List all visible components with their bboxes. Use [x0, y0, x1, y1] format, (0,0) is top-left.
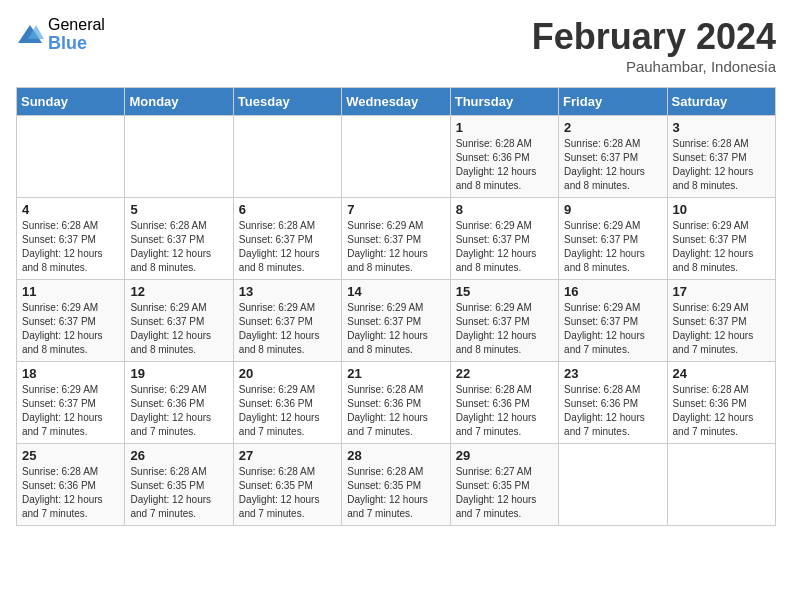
week-row-5: 25Sunrise: 6:28 AM Sunset: 6:36 PM Dayli…: [17, 444, 776, 526]
day-info: Sunrise: 6:29 AM Sunset: 6:37 PM Dayligh…: [22, 383, 119, 439]
page-header: General Blue February 2024 Pauhambar, In…: [16, 16, 776, 75]
day-number: 3: [673, 120, 770, 135]
day-cell: 23Sunrise: 6:28 AM Sunset: 6:36 PM Dayli…: [559, 362, 667, 444]
day-cell: 19Sunrise: 6:29 AM Sunset: 6:36 PM Dayli…: [125, 362, 233, 444]
day-info: Sunrise: 6:29 AM Sunset: 6:37 PM Dayligh…: [673, 301, 770, 357]
day-number: 7: [347, 202, 444, 217]
day-info: Sunrise: 6:28 AM Sunset: 6:36 PM Dayligh…: [673, 383, 770, 439]
day-cell: 2Sunrise: 6:28 AM Sunset: 6:37 PM Daylig…: [559, 116, 667, 198]
day-cell: 28Sunrise: 6:28 AM Sunset: 6:35 PM Dayli…: [342, 444, 450, 526]
day-cell: 3Sunrise: 6:28 AM Sunset: 6:37 PM Daylig…: [667, 116, 775, 198]
col-header-tuesday: Tuesday: [233, 88, 341, 116]
day-info: Sunrise: 6:29 AM Sunset: 6:37 PM Dayligh…: [564, 219, 661, 275]
day-cell: [559, 444, 667, 526]
day-cell: [125, 116, 233, 198]
day-info: Sunrise: 6:29 AM Sunset: 6:37 PM Dayligh…: [347, 301, 444, 357]
day-number: 16: [564, 284, 661, 299]
day-number: 4: [22, 202, 119, 217]
day-number: 15: [456, 284, 553, 299]
day-cell: 16Sunrise: 6:29 AM Sunset: 6:37 PM Dayli…: [559, 280, 667, 362]
day-cell: 9Sunrise: 6:29 AM Sunset: 6:37 PM Daylig…: [559, 198, 667, 280]
day-cell: 11Sunrise: 6:29 AM Sunset: 6:37 PM Dayli…: [17, 280, 125, 362]
day-info: Sunrise: 6:29 AM Sunset: 6:37 PM Dayligh…: [673, 219, 770, 275]
day-cell: 5Sunrise: 6:28 AM Sunset: 6:37 PM Daylig…: [125, 198, 233, 280]
day-number: 28: [347, 448, 444, 463]
week-row-4: 18Sunrise: 6:29 AM Sunset: 6:37 PM Dayli…: [17, 362, 776, 444]
day-cell: 29Sunrise: 6:27 AM Sunset: 6:35 PM Dayli…: [450, 444, 558, 526]
day-cell: 12Sunrise: 6:29 AM Sunset: 6:37 PM Dayli…: [125, 280, 233, 362]
day-number: 6: [239, 202, 336, 217]
day-number: 27: [239, 448, 336, 463]
day-number: 13: [239, 284, 336, 299]
week-row-1: 1Sunrise: 6:28 AM Sunset: 6:36 PM Daylig…: [17, 116, 776, 198]
day-info: Sunrise: 6:28 AM Sunset: 6:35 PM Dayligh…: [347, 465, 444, 521]
col-header-thursday: Thursday: [450, 88, 558, 116]
logo-blue: Blue: [48, 34, 105, 54]
col-header-friday: Friday: [559, 88, 667, 116]
week-row-2: 4Sunrise: 6:28 AM Sunset: 6:37 PM Daylig…: [17, 198, 776, 280]
day-number: 29: [456, 448, 553, 463]
day-cell: [233, 116, 341, 198]
day-number: 23: [564, 366, 661, 381]
day-number: 20: [239, 366, 336, 381]
day-info: Sunrise: 6:28 AM Sunset: 6:37 PM Dayligh…: [130, 219, 227, 275]
day-number: 10: [673, 202, 770, 217]
day-cell: 1Sunrise: 6:28 AM Sunset: 6:36 PM Daylig…: [450, 116, 558, 198]
day-info: Sunrise: 6:29 AM Sunset: 6:36 PM Dayligh…: [130, 383, 227, 439]
day-info: Sunrise: 6:28 AM Sunset: 6:37 PM Dayligh…: [673, 137, 770, 193]
calendar-table: SundayMondayTuesdayWednesdayThursdayFrid…: [16, 87, 776, 526]
logo: General Blue: [16, 16, 105, 53]
day-number: 24: [673, 366, 770, 381]
col-header-monday: Monday: [125, 88, 233, 116]
day-cell: 4Sunrise: 6:28 AM Sunset: 6:37 PM Daylig…: [17, 198, 125, 280]
day-cell: 8Sunrise: 6:29 AM Sunset: 6:37 PM Daylig…: [450, 198, 558, 280]
logo-icon: [16, 21, 44, 49]
day-cell: 6Sunrise: 6:28 AM Sunset: 6:37 PM Daylig…: [233, 198, 341, 280]
col-header-saturday: Saturday: [667, 88, 775, 116]
day-info: Sunrise: 6:29 AM Sunset: 6:37 PM Dayligh…: [564, 301, 661, 357]
logo-text: General Blue: [48, 16, 105, 53]
day-info: Sunrise: 6:29 AM Sunset: 6:36 PM Dayligh…: [239, 383, 336, 439]
day-info: Sunrise: 6:28 AM Sunset: 6:37 PM Dayligh…: [22, 219, 119, 275]
day-info: Sunrise: 6:29 AM Sunset: 6:37 PM Dayligh…: [239, 301, 336, 357]
day-cell: [342, 116, 450, 198]
day-cell: 10Sunrise: 6:29 AM Sunset: 6:37 PM Dayli…: [667, 198, 775, 280]
day-info: Sunrise: 6:29 AM Sunset: 6:37 PM Dayligh…: [130, 301, 227, 357]
day-cell: 21Sunrise: 6:28 AM Sunset: 6:36 PM Dayli…: [342, 362, 450, 444]
day-number: 19: [130, 366, 227, 381]
day-cell: 26Sunrise: 6:28 AM Sunset: 6:35 PM Dayli…: [125, 444, 233, 526]
day-info: Sunrise: 6:28 AM Sunset: 6:36 PM Dayligh…: [456, 383, 553, 439]
day-number: 9: [564, 202, 661, 217]
day-cell: 24Sunrise: 6:28 AM Sunset: 6:36 PM Dayli…: [667, 362, 775, 444]
day-info: Sunrise: 6:28 AM Sunset: 6:35 PM Dayligh…: [130, 465, 227, 521]
header-row: SundayMondayTuesdayWednesdayThursdayFrid…: [17, 88, 776, 116]
day-cell: 27Sunrise: 6:28 AM Sunset: 6:35 PM Dayli…: [233, 444, 341, 526]
day-cell: 14Sunrise: 6:29 AM Sunset: 6:37 PM Dayli…: [342, 280, 450, 362]
day-number: 8: [456, 202, 553, 217]
day-number: 14: [347, 284, 444, 299]
day-number: 26: [130, 448, 227, 463]
day-number: 18: [22, 366, 119, 381]
day-cell: [667, 444, 775, 526]
day-cell: 18Sunrise: 6:29 AM Sunset: 6:37 PM Dayli…: [17, 362, 125, 444]
day-cell: 22Sunrise: 6:28 AM Sunset: 6:36 PM Dayli…: [450, 362, 558, 444]
col-header-wednesday: Wednesday: [342, 88, 450, 116]
day-cell: 15Sunrise: 6:29 AM Sunset: 6:37 PM Dayli…: [450, 280, 558, 362]
col-header-sunday: Sunday: [17, 88, 125, 116]
day-cell: 7Sunrise: 6:29 AM Sunset: 6:37 PM Daylig…: [342, 198, 450, 280]
day-cell: 25Sunrise: 6:28 AM Sunset: 6:36 PM Dayli…: [17, 444, 125, 526]
day-number: 22: [456, 366, 553, 381]
day-number: 17: [673, 284, 770, 299]
day-number: 11: [22, 284, 119, 299]
day-cell: 13Sunrise: 6:29 AM Sunset: 6:37 PM Dayli…: [233, 280, 341, 362]
day-cell: 20Sunrise: 6:29 AM Sunset: 6:36 PM Dayli…: [233, 362, 341, 444]
day-info: Sunrise: 6:28 AM Sunset: 6:36 PM Dayligh…: [456, 137, 553, 193]
day-info: Sunrise: 6:27 AM Sunset: 6:35 PM Dayligh…: [456, 465, 553, 521]
day-info: Sunrise: 6:28 AM Sunset: 6:37 PM Dayligh…: [564, 137, 661, 193]
day-number: 21: [347, 366, 444, 381]
day-number: 2: [564, 120, 661, 135]
day-info: Sunrise: 6:29 AM Sunset: 6:37 PM Dayligh…: [456, 301, 553, 357]
day-info: Sunrise: 6:29 AM Sunset: 6:37 PM Dayligh…: [456, 219, 553, 275]
location: Pauhambar, Indonesia: [532, 58, 776, 75]
week-row-3: 11Sunrise: 6:29 AM Sunset: 6:37 PM Dayli…: [17, 280, 776, 362]
